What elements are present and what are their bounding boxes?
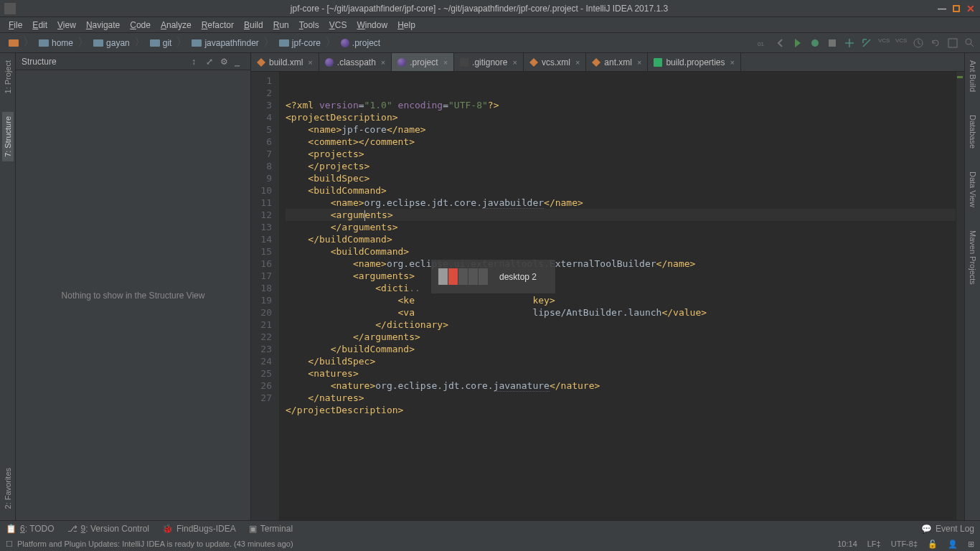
run-icon[interactable] <box>792 37 804 49</box>
close-tab-icon[interactable]: × <box>443 58 448 67</box>
hide-icon[interactable]: ⎯ <box>235 57 245 67</box>
code-line[interactable]: <buildCommand> <box>286 245 964 258</box>
breadcrumb-jpf-core[interactable]: jpf-core <box>275 37 325 50</box>
tab-project[interactable]: .project× <box>392 53 454 72</box>
tab-gitignore[interactable]: .gitignore× <box>454 53 524 72</box>
close-tab-icon[interactable]: × <box>730 58 735 67</box>
tool-favorites[interactable]: 2: Favorites <box>2 463 14 513</box>
maximize-button[interactable] <box>951 4 961 14</box>
settings-icon[interactable] <box>947 37 958 49</box>
tab-buildxml[interactable]: build.xml× <box>251 53 319 72</box>
breadcrumb-root[interactable] <box>4 38 23 48</box>
menu-edit[interactable]: Edit <box>28 19 52 32</box>
search-icon[interactable] <box>964 37 976 49</box>
code-line[interactable]: <projectDescription> <box>286 111 964 123</box>
code-line[interactable]: <comment></comment> <box>286 136 964 148</box>
code-line[interactable]: </natures> <box>286 392 964 404</box>
gear-icon[interactable]: ⚙ <box>220 57 230 67</box>
menu-help[interactable]: Help <box>393 19 420 32</box>
event-log[interactable]: 💬 Event Log <box>921 524 974 534</box>
code-line[interactable]: </buildSpec> <box>286 355 964 367</box>
menu-run[interactable]: Run <box>269 19 293 32</box>
breadcrumb-home[interactable]: home <box>34 37 77 50</box>
code-line[interactable]: </buildCommand> <box>286 233 964 245</box>
code-line[interactable]: <nature>org.eclipse.jdt.core.javanature<… <box>286 380 964 392</box>
minimize-button[interactable]: — <box>937 4 947 14</box>
menu-file[interactable]: File <box>4 19 27 32</box>
code-line[interactable]: <kexxxxxxxxxxxxxxxxxxxxxkey> <box>286 294 964 306</box>
menu-build[interactable]: Build <box>240 19 268 32</box>
menu-vcs[interactable]: VCS <box>325 19 352 32</box>
menu-navigate[interactable]: Navigate <box>82 19 124 32</box>
close-tab-icon[interactable]: × <box>381 58 385 67</box>
code-line[interactable]: </arguments> <box>286 221 964 233</box>
tool-ant-build[interactable]: Ant Build <box>967 56 979 96</box>
debug-icon[interactable] <box>809 37 821 49</box>
revert-icon[interactable] <box>930 37 941 49</box>
code-line[interactable]: <name>jpf-core</name> <box>286 123 964 136</box>
toggle-binary-icon[interactable]: 01 <box>758 37 769 49</box>
close-tab-icon[interactable]: × <box>308 58 312 67</box>
code-line[interactable]: <natures> <box>286 367 964 380</box>
inspector-icon[interactable]: 👤 <box>948 540 958 549</box>
breadcrumb-git[interactable]: git <box>146 37 176 50</box>
breadcrumb-javapathfinder[interactable]: javapathfinder <box>187 37 263 50</box>
code-line[interactable]: </dictionary> <box>286 319 964 331</box>
code-line[interactable]: <arguments> <box>286 209 964 221</box>
menu-window[interactable]: Window <box>352 19 392 32</box>
status-icon[interactable]: ☐ <box>6 540 13 549</box>
breadcrumb-.project[interactable]: .project <box>336 37 385 50</box>
tool-database[interactable]: Database <box>967 110 979 153</box>
code-line[interactable]: <vaxxxxxxxxxxxxxxxxxxxxxlipse/AntBuilder… <box>286 306 964 319</box>
tool-project[interactable]: 1: Project <box>2 56 14 98</box>
tab-classpath[interactable]: .classpath× <box>319 53 392 72</box>
vcs-commit-icon[interactable] <box>861 37 872 49</box>
code-line[interactable]: </projectDescription> <box>286 404 964 416</box>
lock-icon[interactable]: 🔓 <box>928 540 938 549</box>
code-line[interactable]: </projects> <box>286 160 964 172</box>
encoding[interactable]: UTF-8‡ <box>891 540 918 548</box>
tab-antxml[interactable]: ant.xml× <box>586 53 648 72</box>
tool-findbugs[interactable]: 🐞 FindBugs-IDEA <box>162 524 236 534</box>
nav-back-icon[interactable] <box>775 37 786 49</box>
breadcrumb-gayan[interactable]: gayan <box>89 37 134 50</box>
tool-structure[interactable]: 7: Structure <box>2 112 14 161</box>
code-line[interactable]: </buildCommand> <box>286 343 964 355</box>
code-line[interactable]: <name>org.eclipse.ui.externaltools.Exter… <box>286 258 964 270</box>
tool-terminal[interactable]: ▣ Terminal <box>249 524 293 534</box>
code-line[interactable]: <buildSpec> <box>286 172 964 184</box>
code-line[interactable]: <arguments> <box>286 270 964 282</box>
code-line[interactable]: <dicti.. <box>286 282 964 294</box>
close-button[interactable]: ✕ <box>966 4 976 14</box>
code-editor[interactable]: 1234567891011121314151617181920212223242… <box>251 72 964 520</box>
vcs-label2-icon[interactable]: VCS <box>895 37 907 49</box>
menu-view[interactable]: View <box>53 19 80 32</box>
close-tab-icon[interactable]: × <box>575 58 580 67</box>
expand-icon[interactable]: ⤢ <box>206 57 216 67</box>
code-line[interactable]: <buildCommand> <box>286 184 964 197</box>
history-icon[interactable] <box>913 37 924 49</box>
tab-buildproperties[interactable]: build.properties× <box>648 53 741 72</box>
layout-icon[interactable]: ⊞ <box>968 540 974 549</box>
menu-analyze[interactable]: Analyze <box>156 19 196 32</box>
menu-refactor[interactable]: Refactor <box>197 19 238 32</box>
close-tab-icon[interactable]: × <box>512 58 517 67</box>
tool-todo[interactable]: 📋 6: TODO <box>6 524 55 534</box>
code-line[interactable]: </arguments> <box>286 331 964 343</box>
tool-data-view[interactable]: Data View <box>967 167 979 212</box>
code-body[interactable]: <?xml version="1.0" encoding="UTF-8"?><p… <box>280 72 964 520</box>
tool-version-control[interactable]: ⎇ 9: Version Control <box>67 524 149 534</box>
menu-code[interactable]: Code <box>126 19 155 32</box>
vcs-update-icon[interactable] <box>844 37 855 49</box>
tool-maven-projects[interactable]: Maven Projects <box>967 226 979 289</box>
menu-tools[interactable]: Tools <box>295 19 324 32</box>
collapse-all-icon[interactable]: ↕ <box>192 57 202 67</box>
code-line[interactable]: <?xml version="1.0" encoding="UTF-8"?> <box>286 99 964 111</box>
stop-icon[interactable] <box>826 37 838 49</box>
vcs-label-icon[interactable]: VCS <box>878 37 890 49</box>
code-line[interactable]: <projects> <box>286 148 964 160</box>
close-tab-icon[interactable]: × <box>637 58 641 67</box>
tab-vcsxml[interactable]: vcs.xml× <box>524 53 586 72</box>
code-line[interactable]: <name>org.eclipse.jdt.core.javabuilder</… <box>286 197 964 209</box>
line-separator[interactable]: LF‡ <box>867 540 881 548</box>
